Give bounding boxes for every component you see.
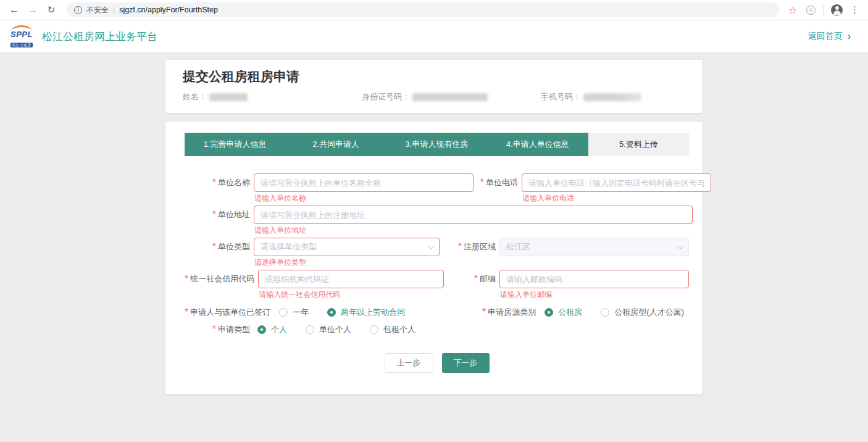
unit-type-select[interactable]: 请选择单位类型: [254, 238, 440, 256]
required-mark: *: [212, 177, 216, 188]
unit-phone-label: * 单位电话: [474, 173, 518, 192]
not-secure-label: 不安全: [86, 5, 109, 15]
unit-phone-error: 请输入单位电话: [522, 194, 711, 202]
radio-public-rental[interactable]: 公租房: [545, 307, 582, 318]
radio-talent-apartment[interactable]: 公租房型(人才公寓): [601, 307, 684, 318]
unit-address-input[interactable]: [254, 206, 693, 224]
radio-unit-individual[interactable]: 单位个人: [306, 324, 351, 335]
bookmark-star-icon[interactable]: ☆: [788, 4, 797, 16]
site-title: 松江公租房网上业务平台: [42, 30, 157, 44]
unit-type-field: * 单位类型 请选择单位类型 请选择单位类型: [185, 238, 440, 267]
required-mark: *: [185, 273, 188, 285]
postcode-input[interactable]: [499, 270, 689, 288]
forward-icon[interactable]: →: [25, 2, 41, 18]
register-area-label: * 注册区域: [451, 238, 496, 256]
previous-step-button[interactable]: 上一步: [385, 353, 433, 373]
postcode-error: 请输入单位邮编: [499, 290, 689, 299]
radio-icon: [601, 308, 609, 317]
address-bar[interactable]: i 不安全 | sjgzf.cn/applyFor/FourthStep: [67, 2, 778, 17]
profile-avatar-icon[interactable]: [831, 4, 843, 16]
next-step-button[interactable]: 下一步: [442, 353, 490, 373]
applicant-name-field: 姓名：: [183, 91, 362, 102]
postcode-field: * 邮编 请输入单位邮编: [451, 270, 689, 299]
radio-icon: [306, 325, 314, 334]
credit-code-input[interactable]: [258, 270, 444, 288]
unit-name-label: * 单位名称: [185, 173, 250, 192]
reload-icon[interactable]: ↻: [43, 2, 59, 18]
extension-icon[interactable]: [806, 6, 816, 15]
logo-subtitle: 松江·公租房: [10, 43, 33, 48]
url-divider: |: [113, 6, 115, 14]
house-category-label: * 申请房源类别: [482, 307, 536, 318]
unit-name-input[interactable]: [254, 173, 474, 192]
unit-address-field: * 单位地址 请输入单位地址: [185, 206, 693, 235]
unit-address-label: * 单位地址: [185, 206, 250, 224]
applicant-info-row: 姓名： 身份证号码： 手机号码：: [183, 91, 685, 102]
back-home-link[interactable]: 返回首页 ›: [808, 31, 851, 42]
name-label: 姓名：: [183, 91, 207, 102]
unit-name-field: * 单位名称 请输入单位名称: [185, 173, 474, 202]
page-title: 提交公租房租房申请: [183, 68, 685, 85]
url-text: sjgzf.cn/applyFor/FourthStep: [119, 6, 218, 14]
site-header: SPPL 松江·公租房 松江公租房网上业务平台 返回首页 ›: [0, 20, 868, 52]
unit-type-error: 请选择单位类型: [254, 258, 440, 267]
applicant-phone-field: 手机号码：: [541, 91, 641, 102]
form-row-6: * 申请类型 个人 单位个人 包租个人: [185, 323, 689, 336]
page-background: 提交公租房租房申请 姓名： 身份证号码： 手机号码： 1.完善申请人信息 2.共…: [0, 52, 868, 442]
required-mark: *: [474, 273, 478, 285]
radio-individual[interactable]: 个人: [257, 324, 287, 335]
browser-toolbar: ← → ↻ i 不安全 | sjgzf.cn/applyFor/FourthSt…: [0, 0, 868, 20]
contract-label: * 申请人与该单位已签订: [185, 307, 270, 318]
radio-icon: [370, 325, 378, 334]
unit-phone-input[interactable]: [522, 173, 711, 192]
sppl-logo: SPPL 松江·公租房: [9, 25, 35, 48]
redacted-id-value: [412, 93, 488, 101]
tab-step-5[interactable]: 5.资料上传: [588, 133, 689, 156]
redacted-name-value: [209, 93, 248, 101]
credit-code-field: * 统一社会信用代码 请输入统一社会信用代码: [185, 270, 444, 299]
form-row-3: * 单位类型 请选择单位类型 请选择单位类型 * 注册区域: [185, 238, 689, 267]
register-area-select: 松江区: [499, 238, 689, 256]
back-home-label: 返回首页: [808, 31, 843, 42]
redacted-phone-value: [583, 93, 641, 101]
applicant-id-field: 身份证号码：: [362, 91, 541, 102]
unit-address-error: 请输入单位地址: [254, 226, 693, 235]
required-mark: *: [185, 307, 188, 318]
site-info-icon[interactable]: i: [74, 6, 82, 14]
house-category-group-wrap: * 申请房源类别 公租房 公租房型(人才公寓): [482, 307, 684, 318]
tab-step-1[interactable]: 1.完善申请人信息: [185, 133, 285, 156]
apply-type-radio-group: 个人 单位个人 包租个人: [257, 324, 415, 335]
tab-step-4[interactable]: 4.申请人单位信息: [487, 133, 588, 156]
contract-radio-group: 一年 两年以上劳动合同: [279, 307, 405, 318]
required-mark: *: [212, 241, 216, 252]
credit-code-label: * 统一社会信用代码: [185, 270, 254, 288]
chrome-menu-icon[interactable]: ⋮: [850, 4, 859, 15]
form-row-5: * 申请人与该单位已签订 一年 两年以上劳动合同 * 申请房源类别: [185, 306, 689, 319]
form-row-4: * 统一社会信用代码 请输入统一社会信用代码 * 邮编 请输入单位邮编: [185, 270, 689, 299]
unit-name-error: 请输入单位名称: [254, 194, 474, 202]
application-form-panel: 1.完善申请人信息 2.共同申请人 3.申请人现有住房 4.申请人单位信息 5.…: [165, 122, 703, 394]
back-icon[interactable]: ←: [6, 2, 22, 18]
radio-icon: [327, 308, 336, 317]
required-mark: *: [212, 324, 216, 335]
credit-code-error: 请输入统一社会信用代码: [258, 290, 444, 299]
logo-text: SPPL: [9, 30, 35, 38]
unit-phone-field: * 单位电话 请输入单位电话: [474, 173, 711, 202]
house-category-radio-group: 公租房 公租房型(人才公寓): [545, 307, 684, 318]
chevron-right-icon: ›: [848, 31, 851, 42]
unit-type-label: * 单位类型: [185, 238, 250, 256]
step-tabs: 1.完善申请人信息 2.共同申请人 3.申请人现有住房 4.申请人单位信息 5.…: [185, 133, 689, 156]
tab-step-2[interactable]: 2.共同申请人: [285, 133, 386, 156]
chevron-down-icon: [428, 243, 434, 249]
required-mark: *: [480, 177, 484, 188]
apply-type-label: * 申请类型: [185, 324, 250, 335]
id-number-label: 身份证号码：: [362, 91, 410, 102]
postcode-label: * 邮编: [451, 270, 496, 288]
radio-icon: [545, 308, 553, 317]
application-summary-panel: 提交公租房租房申请 姓名： 身份证号码： 手机号码：: [165, 60, 703, 113]
radio-subleased-individual[interactable]: 包租个人: [370, 324, 415, 335]
chevron-down-icon: [677, 243, 683, 249]
radio-one-year[interactable]: 一年: [279, 307, 309, 318]
radio-two-years-plus[interactable]: 两年以上劳动合同: [327, 307, 405, 318]
tab-step-3[interactable]: 3.申请人现有住房: [386, 133, 487, 156]
